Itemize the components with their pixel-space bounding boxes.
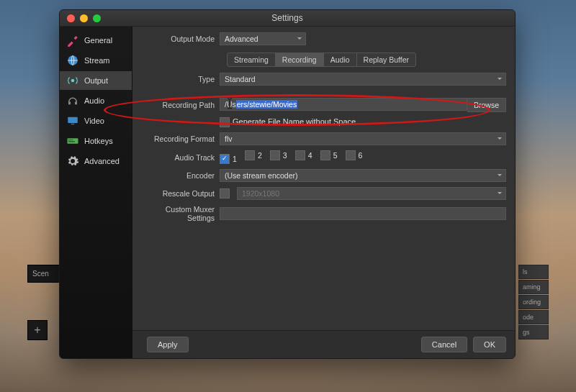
audio-track-4[interactable]: 4 xyxy=(295,150,312,160)
audio-track-label: Audio Track xyxy=(137,153,220,162)
tab-streaming[interactable]: Streaming xyxy=(228,53,276,66)
type-select[interactable]: Standard xyxy=(220,73,506,86)
sidebar-item-hotkeys[interactable]: Hotkeys xyxy=(60,132,132,150)
sidebar-item-video[interactable]: Video xyxy=(60,111,132,130)
audio-track-group: 1 2 3 4 5 6 xyxy=(220,150,506,164)
sidebar-item-label: Hotkeys xyxy=(84,137,113,145)
recording-format-label: Recording Format xyxy=(137,135,220,143)
svg-rect-8 xyxy=(68,141,75,142)
sidebar-item-label: Audio xyxy=(84,96,104,105)
headphones-icon xyxy=(66,94,79,107)
svg-rect-2 xyxy=(68,117,78,123)
right-strip-item: ording xyxy=(518,295,549,309)
output-mode-label: Output Mode xyxy=(137,35,220,43)
output-mode-select[interactable]: Advanced xyxy=(220,32,306,45)
output-tabs: Streaming Recording Audio Replay Buffer xyxy=(227,53,416,67)
audio-track-5[interactable]: 5 xyxy=(320,150,338,160)
plus-icon: + xyxy=(34,324,40,337)
wrench-icon xyxy=(66,34,79,47)
rescale-output-label: Rescale Output xyxy=(137,189,220,198)
generate-filename-label: Generate File Name without Space xyxy=(233,117,356,126)
audio-track-2[interactable]: 2 xyxy=(245,150,262,160)
cancel-button[interactable]: Cancel xyxy=(421,337,467,352)
encoder-select[interactable]: (Use stream encoder) xyxy=(220,169,506,182)
right-strip-item: gs xyxy=(518,325,549,339)
sidebar-item-label: Stream xyxy=(84,56,109,65)
settings-sidebar: General Stream Output Audio Video Hotkey… xyxy=(60,27,132,358)
recording-path-input[interactable]: /Users/stewie/Movies xyxy=(220,98,467,111)
sidebar-item-audio[interactable]: Audio xyxy=(60,91,132,110)
right-strip-item: ls xyxy=(518,265,549,279)
add-scene-button[interactable]: + xyxy=(27,320,48,340)
rescale-resolution-select: 1920x1080 xyxy=(237,187,506,200)
muxer-label: Custom Muxer Settings xyxy=(137,205,220,222)
gear-icon xyxy=(66,155,79,168)
settings-window: Settings General Stream Output Audio Vid xyxy=(59,9,516,359)
path-selection: ers/stewie/Movies xyxy=(236,100,297,109)
right-strip-item: aming xyxy=(518,280,549,294)
checkbox-icon xyxy=(220,154,230,164)
generate-filename-checkbox[interactable]: Generate File Name without Space xyxy=(220,117,506,127)
browse-button[interactable]: Browse xyxy=(467,98,506,112)
tab-replay-buffer[interactable]: Replay Buffer xyxy=(357,53,415,66)
sidebar-item-stream[interactable]: Stream xyxy=(60,51,132,70)
sidebar-item-label: Video xyxy=(84,117,104,125)
sidebar-item-output[interactable]: Output xyxy=(60,71,132,90)
checkbox-icon xyxy=(320,150,330,160)
type-label: Type xyxy=(137,75,220,83)
svg-point-1 xyxy=(71,79,75,83)
ok-button[interactable]: OK xyxy=(473,337,506,352)
globe-icon xyxy=(66,54,79,67)
audio-track-6[interactable]: 6 xyxy=(346,150,363,160)
checkbox-icon xyxy=(245,150,255,160)
encoder-label: Encoder xyxy=(137,171,220,180)
tab-recording[interactable]: Recording xyxy=(276,53,324,66)
sidebar-item-label: General xyxy=(84,36,112,45)
muxer-input[interactable] xyxy=(220,207,506,220)
broadcast-icon xyxy=(66,74,79,87)
window-title: Settings xyxy=(60,13,515,23)
svg-rect-3 xyxy=(71,124,75,125)
settings-footer: Apply Cancel OK xyxy=(132,330,515,358)
keyboard-icon xyxy=(66,135,79,147)
checkbox-icon xyxy=(220,117,230,127)
sidebar-item-advanced[interactable]: Advanced xyxy=(60,152,132,170)
settings-content: Output Mode Advanced Streaming Recording… xyxy=(132,27,515,358)
sidebar-item-general[interactable]: General xyxy=(60,31,132,50)
sidebar-item-label: Output xyxy=(84,76,108,85)
checkbox-icon xyxy=(346,150,356,160)
tab-audio[interactable]: Audio xyxy=(324,53,357,66)
svg-rect-6 xyxy=(70,140,71,141)
titlebar: Settings xyxy=(60,10,515,27)
audio-track-1[interactable]: 1 xyxy=(220,154,237,164)
checkbox-icon xyxy=(270,150,280,160)
checkbox-icon xyxy=(295,150,305,160)
svg-rect-7 xyxy=(72,140,73,141)
scenes-label: Scen xyxy=(32,270,49,278)
monitor-icon xyxy=(66,114,79,127)
recording-format-select[interactable]: flv xyxy=(220,132,506,145)
svg-rect-5 xyxy=(68,140,70,141)
sidebar-item-label: Advanced xyxy=(84,157,120,165)
rescale-checkbox[interactable] xyxy=(220,188,230,199)
recording-path-label: Recording Path xyxy=(137,101,220,109)
apply-button[interactable]: Apply xyxy=(147,337,189,352)
audio-track-3[interactable]: 3 xyxy=(270,150,287,160)
right-strip-peek: ls aming ording ode gs xyxy=(518,265,549,339)
right-strip-item: ode xyxy=(518,310,549,324)
